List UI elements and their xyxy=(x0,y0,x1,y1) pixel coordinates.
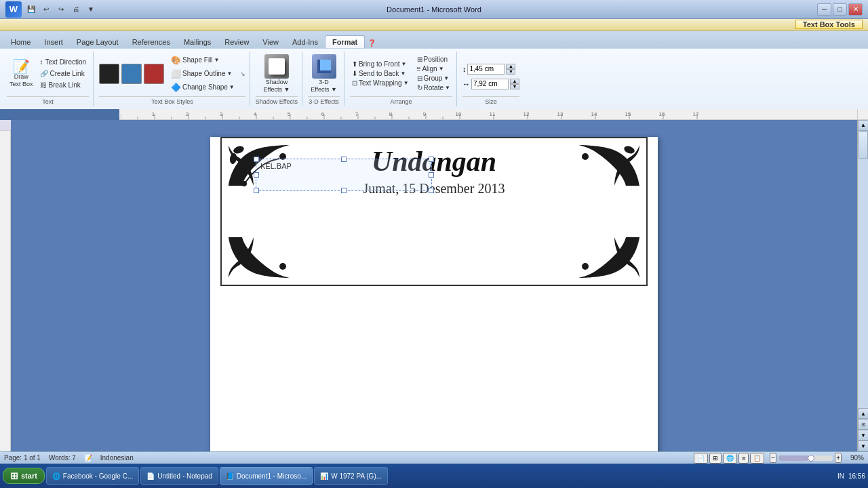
change-shape-btn[interactable]: 🔷 Change Shape ▼ xyxy=(168,81,237,94)
svg-text:14: 14 xyxy=(591,111,597,117)
shape-outline-arrow: ▼ xyxy=(226,70,232,77)
word-count: Words: 7 xyxy=(49,454,76,462)
ornament-bottom-right xyxy=(575,234,643,281)
rotate-btn[interactable]: ↻ Rotate ▼ xyxy=(415,83,452,92)
handle-bc[interactable] xyxy=(341,188,347,193)
scroll-down-btn[interactable]: ▼ xyxy=(858,441,868,451)
scroll-next-page[interactable]: ▼ xyxy=(858,430,868,441)
taskbar-extra-label: W 1972 PA (G)... xyxy=(331,472,382,480)
print-btn[interactable]: 🖨 xyxy=(69,3,83,16)
web-layout-btn[interactable]: 🌐 xyxy=(723,453,737,464)
full-screen-btn[interactable]: ⊞ xyxy=(709,453,722,464)
more-btn[interactable]: ▼ xyxy=(84,3,98,16)
height-down[interactable]: ▼ xyxy=(506,69,515,75)
scroll-up-btn[interactable]: ▲ xyxy=(858,120,868,131)
taskbar-facebook-icon: 🌐 xyxy=(52,472,60,480)
spell-icon[interactable]: 📝 xyxy=(84,454,92,462)
taskbar-facebook[interactable]: 🌐 Facebook - Google C... xyxy=(46,467,139,485)
ribbon-group-size: ↕ ▲ ▼ ↔ ▲ ▼ xyxy=(458,52,524,106)
rotate-arrow: ▼ xyxy=(445,85,450,91)
start-button[interactable]: ⊞ start xyxy=(3,468,45,484)
align-label: Align xyxy=(422,65,437,73)
height-input[interactable] xyxy=(467,64,505,75)
handle-tr[interactable] xyxy=(429,157,434,162)
create-link-btn[interactable]: 🔗 Create Link xyxy=(37,68,90,79)
position-btn[interactable]: ⊞ Position xyxy=(415,55,452,64)
scroll-prev-page[interactable]: ▲ xyxy=(858,408,868,419)
tab-view[interactable]: View xyxy=(256,36,285,48)
tab-page-layout[interactable]: Page Layout xyxy=(70,36,125,48)
bring-to-front-btn[interactable]: ⬆ Bring to Front ▼ xyxy=(350,60,411,68)
shadow-effects-btn[interactable]: ShadowEffects ▼ xyxy=(261,53,293,95)
group-btn[interactable]: ⊟ Group ▼ xyxy=(415,74,452,83)
scroll-select-obj[interactable]: ⊙ xyxy=(858,419,868,430)
tab-format[interactable]: Format xyxy=(325,35,365,48)
title-bar: W 💾 ↩ ↪ 🖨 ▼ Document1 - Microsoft Word ─… xyxy=(0,0,868,19)
close-btn[interactable]: ✕ xyxy=(848,3,863,16)
save-btn[interactable]: 💾 xyxy=(24,3,38,16)
svg-point-52 xyxy=(279,263,286,270)
handle-tl[interactable] xyxy=(254,157,259,162)
taskbar-notepad[interactable]: 📄 Untitled - Notepad xyxy=(140,467,218,485)
height-up[interactable]: ▲ xyxy=(506,64,515,69)
tab-addins[interactable]: Add-Ins xyxy=(285,36,325,48)
swatch-blue[interactable] xyxy=(121,64,142,84)
tab-insert[interactable]: Insert xyxy=(37,36,70,48)
zoom-level[interactable]: 90% xyxy=(844,454,864,462)
handle-mr[interactable] xyxy=(429,172,434,178)
draw-textbox-btn[interactable]: 📝 DrawText Box xyxy=(7,58,36,89)
undo-btn[interactable]: ↩ xyxy=(39,3,53,16)
align-btn[interactable]: ≡ Align ▼ xyxy=(415,64,452,73)
language-status[interactable]: Indonesian xyxy=(100,454,134,462)
zoom-thumb[interactable] xyxy=(808,455,814,462)
ribbon-group-text: 📝 DrawText Box ↕ Text Direction 🔗 Create… xyxy=(3,52,94,106)
minimize-btn[interactable]: ─ xyxy=(817,3,831,16)
shape-outline-label: Shape Outline xyxy=(182,70,225,77)
print-layout-btn[interactable]: 📄 xyxy=(694,453,708,464)
swatch-black[interactable] xyxy=(99,64,119,84)
3d-effects-btn[interactable]: 3-DEffects ▼ xyxy=(308,53,340,95)
redo-btn[interactable]: ↪ xyxy=(54,3,68,16)
vertical-ruler xyxy=(0,120,11,451)
shape-fill-btn[interactable]: 🎨 Shape Fill ▼ xyxy=(168,54,237,66)
tab-review[interactable]: Review xyxy=(218,36,256,48)
ornament-top-right xyxy=(575,142,643,189)
doc-scroll-area[interactable]: KEL.BAP Undangan Jumat, 15 Desember 2013 xyxy=(11,120,857,451)
ribbon-group-shadow: ShadowEffects ▼ Shadow Effects xyxy=(252,52,302,106)
selected-textbox[interactable]: KEL.BAP xyxy=(256,159,432,191)
shape-outline-btn[interactable]: ⬜ Shape Outline ▼ xyxy=(168,68,237,80)
width-up[interactable]: ▲ xyxy=(510,79,519,84)
handle-bl[interactable] xyxy=(254,188,259,193)
maximize-btn[interactable]: □ xyxy=(833,3,847,16)
width-input[interactable] xyxy=(471,79,509,89)
send-to-back-btn[interactable]: ⬇ Send to Back ▼ xyxy=(350,69,411,78)
scroll-thumb[interactable] xyxy=(859,131,868,159)
draft-btn[interactable]: 📋 xyxy=(750,453,764,464)
width-down[interactable]: ▼ xyxy=(510,84,519,89)
word-logo[interactable]: W xyxy=(5,1,22,18)
tab-mailings[interactable]: Mailings xyxy=(177,36,218,48)
handle-ml[interactable] xyxy=(254,172,259,178)
text-wrap-arrow: ▼ xyxy=(403,80,409,86)
taskbar-word[interactable]: 📘 Document1 - Microso... xyxy=(220,467,313,485)
text-wrapping-btn[interactable]: ⊡ Text Wrapping ▼ xyxy=(350,79,411,87)
help-icon[interactable]: ❓ xyxy=(368,39,376,48)
swatch-red[interactable] xyxy=(144,64,164,84)
handle-br[interactable] xyxy=(429,188,434,193)
text-direction-btn[interactable]: ↕ Text Direction xyxy=(37,57,90,67)
textbox-styles-expand[interactable]: ↘ xyxy=(240,70,245,77)
scroll-track[interactable] xyxy=(858,131,868,408)
language-indicator: IN xyxy=(837,472,844,480)
zoom-slider[interactable] xyxy=(778,455,833,461)
break-link-btn[interactable]: ⛓ Break Link xyxy=(37,80,90,90)
zoom-out-btn[interactable]: − xyxy=(770,453,776,463)
send-back-label: Send to Back xyxy=(359,70,399,77)
outline-btn[interactable]: ≡ xyxy=(738,453,749,464)
tab-home[interactable]: Home xyxy=(4,36,37,48)
position-label: Position xyxy=(424,56,448,63)
handle-tc[interactable] xyxy=(341,157,347,162)
ribbon-group-textbox-styles: 🎨 Shape Fill ▼ ⬜ Shape Outline ▼ 🔷 Chang… xyxy=(95,52,250,106)
tab-references[interactable]: References xyxy=(125,36,177,48)
taskbar-extra[interactable]: 📊 W 1972 PA (G)... xyxy=(314,467,388,485)
zoom-in-btn[interactable]: + xyxy=(835,453,842,463)
